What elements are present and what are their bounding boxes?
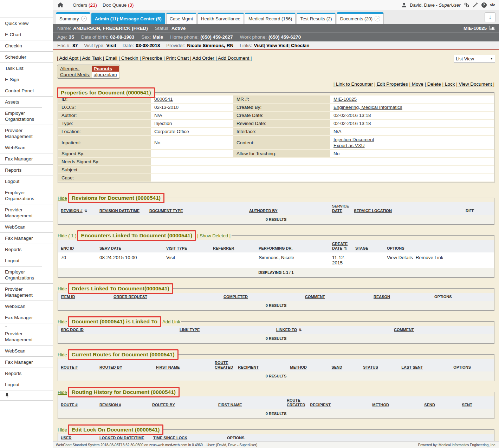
col-route-num[interactable]: ROUTE #	[58, 359, 97, 371]
tab-health-surveillance[interactable]: Health Surveillance	[197, 13, 244, 24]
created-by-link[interactable]: Engineering, Medical Informatics	[333, 105, 402, 110]
sidebar-item-logout[interactable]: Logout	[0, 379, 53, 390]
sidebar-item-fax-manager[interactable]: Fax Manager	[0, 312, 53, 323]
open-new-icon[interactable]: ↗	[375, 16, 380, 21]
allergies-label[interactable]: Allergies:	[60, 66, 80, 71]
export-vxu-link[interactable]: Export as VXU	[333, 143, 365, 148]
help-icon[interactable]: ?	[481, 2, 487, 8]
col-send[interactable]: SEND	[329, 359, 361, 371]
col-method[interactable]: METHOD	[287, 359, 329, 371]
col-recipient[interactable]: RECIPIENT	[235, 359, 287, 371]
link-view-visit[interactable]: View Visit	[264, 43, 289, 48]
mr-number-link[interactable]: MIE-10025	[333, 97, 357, 102]
col-stage[interactable]: STAGE	[353, 240, 384, 252]
sidebar-item-control-panel[interactable]: Control Panel	[0, 85, 53, 96]
download-button[interactable]: ↓	[485, 12, 495, 22]
lock-link[interactable]: Lock	[442, 81, 455, 87]
sidebar-item-employer-organizations[interactable]: Employer Organizations	[0, 107, 42, 125]
wand-icon[interactable]	[473, 2, 478, 8]
col-sent[interactable]: SENT	[459, 396, 494, 409]
hide-encounters-link[interactable]: Hide ( 1 )	[57, 233, 77, 238]
col-revision-datetime[interactable]: REVISION DATE/TIME	[97, 202, 147, 215]
col-authored-by[interactable]: AUTHORED BY	[247, 202, 330, 215]
sidebar-item-scheduler[interactable]: Scheduler	[0, 51, 53, 62]
col-document-type[interactable]: DOCUMENT TYPE	[147, 202, 247, 215]
sidebar-item-fax-manager[interactable]: Fax Manager	[0, 232, 53, 244]
sidebar-item-checkin[interactable]: Checkin	[0, 40, 53, 51]
add-link-link[interactable]: Add Link	[162, 319, 180, 324]
col-revision-num[interactable]: REVISION # ⇅	[58, 202, 97, 215]
col-send[interactable]: SEND	[422, 396, 459, 409]
sidebar-item-e-chart[interactable]: E-Chart	[0, 29, 53, 40]
sidebar-item-reports[interactable]: Reports	[0, 244, 53, 255]
move-link[interactable]: Move	[409, 81, 423, 87]
sidebar-item-logout[interactable]: Logout	[0, 176, 53, 187]
sidebar-item-fax-manager[interactable]: Fax Manager	[0, 356, 53, 368]
add-appt-link[interactable]: Add Appt	[57, 55, 80, 61]
col-revision-num[interactable]: REVISION #	[97, 396, 150, 409]
col-comment[interactable]: COMMENT	[303, 293, 371, 301]
col-performing-dr[interactable]: PERFORMING DR.	[256, 240, 330, 252]
tab-documents[interactable]: Documents (20) ↗	[337, 12, 384, 24]
edit-properties-link[interactable]: Edit Properties	[374, 81, 408, 87]
col-reason[interactable]: REASON	[371, 293, 432, 301]
hide-revisions-link[interactable]: Hide	[57, 196, 68, 201]
tab-medical-record[interactable]: Medical Record (156)	[245, 13, 296, 24]
link-visit[interactable]: Visit	[254, 43, 264, 48]
remove-link-link[interactable]: Remove Link	[416, 255, 443, 260]
link-to-encounter-link[interactable]: Link to Encounter	[333, 81, 373, 87]
view-mode-select[interactable]: List View ▼	[454, 55, 495, 63]
col-route-num[interactable]: ROUTE #	[58, 396, 97, 409]
col-route-created[interactable]: ROUTE CREATED	[284, 396, 307, 409]
col-referrer[interactable]: REFERRER	[210, 240, 256, 252]
view-details-link[interactable]: View Details	[387, 255, 413, 260]
col-completed[interactable]: COMPLETED	[221, 293, 303, 301]
doc-id-link[interactable]: 0000541	[154, 97, 173, 102]
sidebar-item-webscan[interactable]: WebScan	[0, 345, 53, 356]
delete-link[interactable]: Delete	[425, 81, 441, 87]
sidebar-item-reports[interactable]: Reports	[0, 164, 53, 176]
col-create-date[interactable]: CREATE DATE ⇅	[330, 240, 353, 252]
link-checkin[interactable]: Checkin	[289, 43, 310, 48]
tab-admin-message-center[interactable]: Admin (11):Message Center (6)	[91, 13, 165, 24]
current-user[interactable]: David, Dave - SuperUser	[410, 2, 461, 8]
col-serv-date[interactable]: SERV DATE	[97, 240, 164, 252]
print-chart-link[interactable]: Print Chart	[163, 55, 190, 61]
sidebar-item-employer-organizations[interactable]: Employer Organizations	[0, 266, 42, 283]
sidebar-item-provider-management[interactable]: Provider Management	[0, 283, 53, 301]
col-route-created[interactable]: ROUTE CREATED	[212, 359, 235, 371]
view-document-link[interactable]: View Document	[456, 81, 494, 87]
col-last-sent[interactable]: LAST SENT	[399, 359, 451, 371]
code-icon[interactable]: </>	[490, 2, 495, 7]
sidebar-item-provider-management[interactable]: Provider Management	[0, 204, 53, 221]
nav-doc-queue[interactable]: Doc Queue (3)	[103, 2, 134, 8]
content-document-link[interactable]: Injection Document	[333, 137, 374, 142]
current-meds-value[interactable]: alprazolam	[92, 72, 119, 78]
col-item-id[interactable]: ITEM ID	[58, 293, 111, 301]
show-deleted-link[interactable]: Show Deleted	[200, 233, 228, 238]
add-document-link[interactable]: Add Document	[215, 55, 252, 61]
sidebar-item-provider-management[interactable]: Provider Management	[0, 125, 53, 142]
sidebar-item-task-list[interactable]: Task List	[0, 62, 53, 74]
sidebar-item-clipped[interactable]: ~	[0, 323, 53, 328]
sidebar-item-webscan[interactable]: WebScan	[0, 142, 53, 153]
col-order-request[interactable]: ORDER REQUEST	[111, 293, 221, 301]
hide-linked-to-link[interactable]: Hide	[57, 319, 68, 324]
sidebar-item-fax-manager[interactable]: Fax Manager	[0, 153, 53, 164]
col-status[interactable]: STATUS	[361, 359, 399, 371]
col-enc-id[interactable]: ENC ID	[58, 240, 97, 252]
sidebar-item-employer-organizations[interactable]: Employer Organizations	[0, 187, 42, 204]
hide-routing-history-link[interactable]: Hide	[57, 390, 68, 395]
allergy-value[interactable]: Peanuts	[92, 66, 119, 72]
sidebar-item-assets[interactable]: Assets	[0, 96, 53, 107]
col-routed-by[interactable]: ROUTED BY	[150, 396, 216, 409]
col-user[interactable]: USER	[58, 434, 97, 441]
sidebar-item-quick-view[interactable]: Quick View	[0, 18, 53, 29]
col-first-name[interactable]: FIRST NAME	[216, 396, 284, 409]
col-comment[interactable]: COMMENT	[391, 326, 494, 334]
col-visit-type[interactable]: VISIT TYPE	[164, 240, 210, 252]
sidebar-item-webscan[interactable]: WebScan	[0, 301, 53, 312]
add-order-link[interactable]: Add Order	[190, 55, 216, 61]
tab-test-results[interactable]: Test Results (2)	[297, 13, 335, 24]
tab-case-mgmt[interactable]: Case Mgmt	[166, 13, 196, 24]
